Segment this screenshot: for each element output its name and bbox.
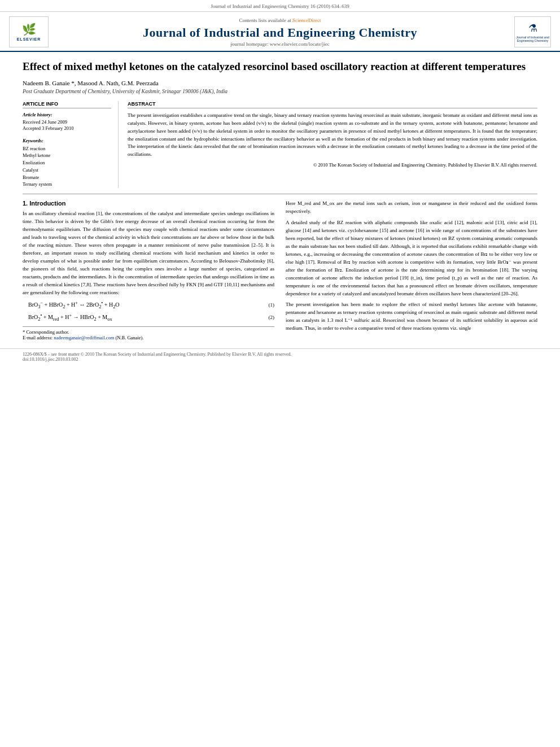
email-label: E-mail address: <box>23 335 53 340</box>
keyword-5: Bromate <box>23 174 111 181</box>
sciencedirect-link: Contents lists available at ScienceDirec… <box>54 18 506 23</box>
sciencedirect-anchor[interactable]: ScienceDirect <box>292 18 321 23</box>
article-info-label: ARTICLE INFO <box>23 101 111 108</box>
journal-logo-area: ⚗ Journal of Industrial and Engineering … <box>506 16 551 47</box>
homepage-label: journal homepage: www.elsevier.com/locat… <box>230 41 329 47</box>
keyword-3: Enolization <box>23 159 111 167</box>
footer-doi: doi:10.1016/j.jiec.2010.03.002 <box>23 357 537 362</box>
keyword-1: BZ reaction <box>23 145 111 152</box>
keyword-6: Ternary system <box>23 181 111 188</box>
keyword-4: Catalyst <box>23 167 111 174</box>
section-divider <box>23 194 537 194</box>
main-right-col: Here M_red and M_ox are the metal ions s… <box>286 200 537 340</box>
article-affiliation: Post Graduate Department of Chemistry, U… <box>23 89 537 94</box>
article-info-abstract-section: ARTICLE INFO Article history: Received 2… <box>23 101 537 189</box>
keyword-2: Methyl ketone <box>23 152 111 159</box>
right-col-paragraph-1: Here M_red and M_ox are the metal ions s… <box>286 200 537 216</box>
journal-logo-box: ⚗ Journal of Industrial and Engineering … <box>514 16 551 47</box>
journal-header: 🌿 ELSEVIER Contents lists available at S… <box>0 12 560 52</box>
corresponding-author-note: * Corresponding author. <box>23 329 274 335</box>
journal-citation-text: Journal of Industrial and Engineering Ch… <box>211 3 349 9</box>
contents-text: Contents lists available at <box>239 18 292 23</box>
equation-2-number: (2) <box>269 314 275 320</box>
equation-1: BrO3− + HBrO2 + H+ ↔ 2BrO2• + H2O (1) <box>28 300 274 309</box>
article-history-label: Article history: <box>23 112 111 117</box>
email-line: E-mail address: nadeemganaie@rediffmail.… <box>23 335 274 340</box>
footnote-area: * Corresponding author. E-mail address: … <box>23 326 274 340</box>
email-name: (N.B. Ganaie). <box>115 335 143 340</box>
authors-text: Nadeem B. Ganaie *, Masood A. Nath, G.M.… <box>23 80 159 86</box>
journal-citation-bar: Journal of Industrial and Engineering Ch… <box>0 0 560 12</box>
abstract-col: ABSTRACT The present investigation estab… <box>128 101 537 189</box>
main-text-section: 1. Introduction In an oscillatory chemic… <box>23 200 537 340</box>
footer-issn: 1226-086X/$ – see front matter © 2010 Th… <box>23 352 537 357</box>
keywords-list: BZ reaction Methyl ketone Enolization Ca… <box>23 145 111 189</box>
elsevier-tree-icon: 🌿 <box>22 23 36 36</box>
abstract-label: ABSTRACT <box>128 101 537 108</box>
journal-homepage: journal homepage: www.elsevier.com/locat… <box>54 41 506 47</box>
elsevier-logo-area: 🌿 ELSEVIER <box>9 16 54 47</box>
equation-1-number: (1) <box>269 302 275 308</box>
journal-logo-text: Journal of Industrial and Engineering Ch… <box>515 36 550 42</box>
email-link[interactable]: nadeemganaie@rediffmail.com <box>54 335 114 340</box>
abstract-text: The present investigation establishes a … <box>128 112 537 159</box>
elsevier-logo: 🌿 ELSEVIER <box>9 16 49 47</box>
journal-logo-icon: ⚗ <box>528 22 537 34</box>
abstract-copyright: © 2010 The Korean Society of Industrial … <box>128 162 537 168</box>
right-col-paragraph-2: A detailed study of the BZ reaction with… <box>286 219 537 298</box>
journal-title-area: Contents lists available at ScienceDirec… <box>54 18 506 47</box>
right-col-paragraph-3: The present investigation has been made … <box>286 301 537 333</box>
page: Journal of Industrial and Engineering Ch… <box>0 0 560 747</box>
keywords-label: Keywords: <box>23 138 111 143</box>
equation-2: BrO2• + Mred + H+ → HBrO2 + Mox (2) <box>28 313 274 322</box>
intro-paragraph-1: In an oscillatory chemical reaction [1],… <box>23 210 274 296</box>
article-info-col: ARTICLE INFO Article history: Received 2… <box>23 101 119 189</box>
article-authors: Nadeem B. Ganaie *, Masood A. Nath, G.M.… <box>23 80 537 86</box>
elsevier-text: ELSEVIER <box>17 37 41 41</box>
equation-2-content: BrO2• + Mred + H+ → HBrO2 + Mox <box>28 313 112 322</box>
article-title: Effect of mixed methyl ketones on the ca… <box>23 60 537 74</box>
equation-1-content: BrO3− + HBrO2 + H+ ↔ 2BrO2• + H2O <box>28 300 120 309</box>
page-footer: 1226-086X/$ – see front matter © 2010 Th… <box>0 348 560 365</box>
main-left-col: 1. Introduction In an oscillatory chemic… <box>23 200 274 340</box>
article-body: Effect of mixed methyl ketones on the ca… <box>0 52 560 348</box>
accepted-date: Accepted 3 February 2010 <box>23 125 111 131</box>
introduction-heading: 1. Introduction <box>23 200 274 207</box>
journal-title: Journal of Industrial and Engineering Ch… <box>54 25 506 40</box>
received-date: Received 24 June 2009 <box>23 119 111 125</box>
